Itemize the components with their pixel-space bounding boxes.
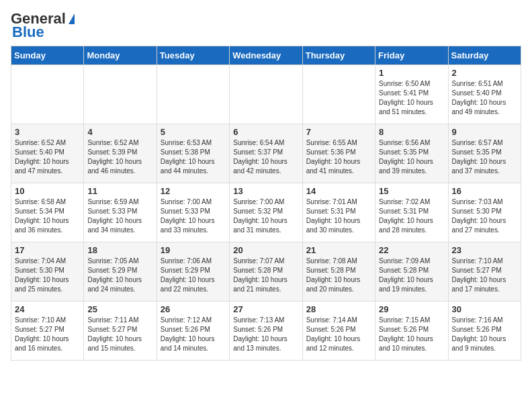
day-info: Sunrise: 7:10 AM Sunset: 5:27 PM Dayligh… [452,257,517,294]
day-number: 20 [233,245,298,255]
day-number: 4 [87,127,152,137]
day-info: Sunrise: 7:03 AM Sunset: 5:30 PM Dayligh… [452,197,517,235]
calendar-cell: 21Sunrise: 7:08 AM Sunset: 5:28 PM Dayli… [302,242,375,302]
day-number: 21 [306,245,371,255]
calendar-cell: 24Sunrise: 7:10 AM Sunset: 5:27 PM Dayli… [11,302,84,361]
weekday-header-monday: Monday [84,46,157,65]
calendar-cell: 17Sunrise: 7:04 AM Sunset: 5:30 PM Dayli… [11,242,84,302]
calendar-cell: 16Sunrise: 7:03 AM Sunset: 5:30 PM Dayli… [448,183,521,242]
calendar-cell: 28Sunrise: 7:14 AM Sunset: 5:26 PM Dayli… [302,302,375,361]
calendar-cell: 8Sunrise: 6:56 AM Sunset: 5:35 PM Daylig… [375,124,448,183]
day-number: 18 [87,245,152,255]
day-number: 10 [15,186,80,196]
calendar-week-2: 3Sunrise: 6:52 AM Sunset: 5:40 PM Daylig… [11,124,521,183]
day-info: Sunrise: 6:55 AM Sunset: 5:36 PM Dayligh… [306,138,371,176]
weekday-header-tuesday: Tuesday [157,46,229,65]
day-number: 12 [161,186,226,196]
day-number: 28 [306,304,371,314]
weekday-header-saturday: Saturday [448,46,521,65]
day-number: 19 [161,245,226,255]
day-info: Sunrise: 6:52 AM Sunset: 5:40 PM Dayligh… [15,138,80,176]
day-info: Sunrise: 7:06 AM Sunset: 5:29 PM Dayligh… [161,257,226,294]
day-info: Sunrise: 6:57 AM Sunset: 5:35 PM Dayligh… [452,138,517,176]
day-number: 3 [15,127,80,137]
weekday-header-sunday: Sunday [11,46,84,65]
weekday-header-wednesday: Wednesday [230,46,302,65]
page-header: General Blue [11,11,521,40]
calendar-cell: 11Sunrise: 6:59 AM Sunset: 5:33 PM Dayli… [84,183,157,242]
calendar-week-4: 17Sunrise: 7:04 AM Sunset: 5:30 PM Dayli… [11,242,521,302]
day-number: 8 [379,127,444,137]
calendar-cell: 18Sunrise: 7:05 AM Sunset: 5:29 PM Dayli… [84,242,157,302]
calendar-cell: 30Sunrise: 7:16 AM Sunset: 5:26 PM Dayli… [448,302,521,361]
day-info: Sunrise: 7:07 AM Sunset: 5:28 PM Dayligh… [233,257,298,294]
day-info: Sunrise: 6:56 AM Sunset: 5:35 PM Dayligh… [379,138,444,176]
day-number: 16 [452,186,517,196]
day-info: Sunrise: 7:16 AM Sunset: 5:26 PM Dayligh… [452,316,517,353]
day-info: Sunrise: 7:09 AM Sunset: 5:28 PM Dayligh… [379,257,444,294]
day-info: Sunrise: 6:59 AM Sunset: 5:33 PM Dayligh… [87,197,152,235]
day-info: Sunrise: 7:11 AM Sunset: 5:27 PM Dayligh… [87,316,152,353]
calendar-cell: 27Sunrise: 7:13 AM Sunset: 5:26 PM Dayli… [230,302,302,361]
weekday-header-friday: Friday [375,46,448,65]
calendar-week-3: 10Sunrise: 6:58 AM Sunset: 5:34 PM Dayli… [11,183,521,242]
calendar-week-1: 1Sunrise: 6:50 AM Sunset: 5:41 PM Daylig… [11,65,521,124]
day-info: Sunrise: 7:00 AM Sunset: 5:32 PM Dayligh… [233,197,298,235]
day-info: Sunrise: 6:53 AM Sunset: 5:38 PM Dayligh… [161,138,226,176]
calendar-cell [84,65,157,124]
day-info: Sunrise: 7:14 AM Sunset: 5:26 PM Dayligh… [306,316,371,353]
day-number: 7 [306,127,371,137]
day-number: 13 [233,186,298,196]
calendar-cell: 22Sunrise: 7:09 AM Sunset: 5:28 PM Dayli… [375,242,448,302]
day-info: Sunrise: 7:04 AM Sunset: 5:30 PM Dayligh… [15,257,80,294]
day-info: Sunrise: 7:13 AM Sunset: 5:26 PM Dayligh… [233,316,298,353]
day-number: 29 [379,304,444,314]
calendar-cell: 2Sunrise: 6:51 AM Sunset: 5:40 PM Daylig… [448,65,521,124]
calendar-cell [157,65,229,124]
day-info: Sunrise: 6:52 AM Sunset: 5:39 PM Dayligh… [87,138,152,176]
calendar-cell: 9Sunrise: 6:57 AM Sunset: 5:35 PM Daylig… [448,124,521,183]
day-number: 26 [161,304,226,314]
calendar-cell: 23Sunrise: 7:10 AM Sunset: 5:27 PM Dayli… [448,242,521,302]
day-info: Sunrise: 7:08 AM Sunset: 5:28 PM Dayligh… [306,257,371,294]
calendar-header-row: SundayMondayTuesdayWednesdayThursdayFrid… [11,46,521,65]
day-number: 11 [87,186,152,196]
logo-text-blue: Blue [11,24,44,40]
logo: General Blue [11,11,75,40]
calendar-cell: 1Sunrise: 6:50 AM Sunset: 5:41 PM Daylig… [375,65,448,124]
day-number: 14 [306,186,371,196]
weekday-header-thursday: Thursday [302,46,375,65]
day-info: Sunrise: 7:10 AM Sunset: 5:27 PM Dayligh… [15,316,80,353]
calendar-cell: 15Sunrise: 7:02 AM Sunset: 5:31 PM Dayli… [375,183,448,242]
day-number: 25 [87,304,152,314]
day-number: 17 [15,245,80,255]
calendar-cell: 13Sunrise: 7:00 AM Sunset: 5:32 PM Dayli… [230,183,302,242]
calendar-cell: 26Sunrise: 7:12 AM Sunset: 5:26 PM Dayli… [157,302,229,361]
day-number: 22 [379,245,444,255]
day-number: 9 [452,127,517,137]
calendar-cell: 20Sunrise: 7:07 AM Sunset: 5:28 PM Dayli… [230,242,302,302]
day-info: Sunrise: 7:12 AM Sunset: 5:26 PM Dayligh… [161,316,226,353]
day-number: 6 [233,127,298,137]
day-info: Sunrise: 6:54 AM Sunset: 5:37 PM Dayligh… [233,138,298,176]
calendar-week-5: 24Sunrise: 7:10 AM Sunset: 5:27 PM Dayli… [11,302,521,361]
calendar-cell [11,65,84,124]
day-info: Sunrise: 6:50 AM Sunset: 5:41 PM Dayligh… [379,79,444,117]
day-number: 30 [452,304,517,314]
day-number: 24 [15,304,80,314]
calendar-cell: 14Sunrise: 7:01 AM Sunset: 5:31 PM Dayli… [302,183,375,242]
calendar-cell: 19Sunrise: 7:06 AM Sunset: 5:29 PM Dayli… [157,242,229,302]
day-number: 27 [233,304,298,314]
calendar-cell: 4Sunrise: 6:52 AM Sunset: 5:39 PM Daylig… [84,124,157,183]
day-info: Sunrise: 7:05 AM Sunset: 5:29 PM Dayligh… [87,257,152,294]
calendar-cell: 29Sunrise: 7:15 AM Sunset: 5:26 PM Dayli… [375,302,448,361]
day-info: Sunrise: 6:51 AM Sunset: 5:40 PM Dayligh… [452,79,517,117]
day-info: Sunrise: 7:15 AM Sunset: 5:26 PM Dayligh… [379,316,444,353]
calendar-cell: 5Sunrise: 6:53 AM Sunset: 5:38 PM Daylig… [157,124,229,183]
day-info: Sunrise: 6:58 AM Sunset: 5:34 PM Dayligh… [15,197,80,235]
day-number: 23 [452,245,517,255]
calendar-cell [230,65,302,124]
day-info: Sunrise: 7:00 AM Sunset: 5:33 PM Dayligh… [161,197,226,235]
calendar-cell: 3Sunrise: 6:52 AM Sunset: 5:40 PM Daylig… [11,124,84,183]
day-number: 2 [452,68,517,78]
